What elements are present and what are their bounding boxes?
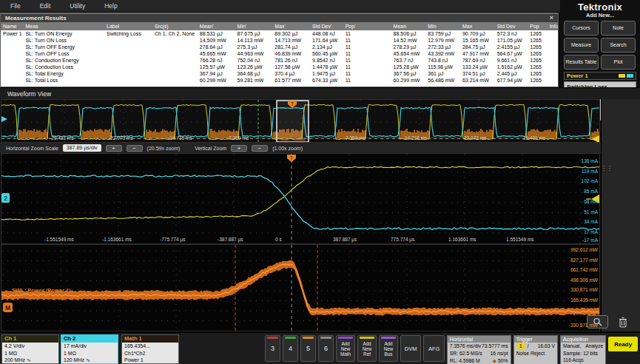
table-row[interactable]: SL: Total Energy367.94 µJ364.68 µJ370.4 … bbox=[1, 70, 558, 77]
column-header-info: Info bbox=[548, 22, 558, 30]
cell-label bbox=[104, 44, 152, 50]
horizontal-zoom-scale-value[interactable]: 387.89 µs/div bbox=[63, 144, 101, 152]
close-icon[interactable]: × bbox=[550, 15, 553, 21]
add-new-bus-button[interactable]: AddNewBus bbox=[379, 335, 398, 362]
add-new-label[interactable]: Add New... bbox=[560, 12, 640, 18]
cell-std1: 1.9475 µJ bbox=[310, 70, 343, 77]
measure-button[interactable]: Measure bbox=[564, 38, 599, 53]
vzoom-plus-button[interactable]: + bbox=[231, 145, 247, 152]
trigger-mode: Noise Reject bbox=[516, 350, 545, 357]
table-row[interactable]: Power 1SL: Turn ON EnergySwitching LossC… bbox=[1, 30, 558, 37]
channel-5-button[interactable]: 5 bbox=[300, 335, 316, 362]
menu-item-file[interactable]: File bbox=[10, 2, 21, 10]
cell-meas: SL: Conduction Loss bbox=[23, 64, 104, 70]
power1-badge-label: Power 1 bbox=[567, 73, 588, 79]
acquisition-panel[interactable]: Acquisition Manual,Analyze Sample: 12 bi… bbox=[560, 335, 606, 364]
zoom-toolbar: Horizontal Zoom Scale 387.89 µs/div + − … bbox=[0, 143, 601, 153]
cell-std1: 448.08 nJ bbox=[310, 30, 343, 37]
cell-name bbox=[1, 44, 23, 50]
menu-item-help[interactable]: Help bbox=[104, 2, 117, 10]
cell-name bbox=[1, 77, 23, 84]
channel-badge-math1[interactable]: Math 1165.4354...Ch1*Ch2Power 1 bbox=[121, 334, 179, 364]
table-row[interactable]: SL: Turn ON Loss14.509 mW14.113 mW14.713… bbox=[1, 37, 558, 44]
position-percent: 50% bbox=[498, 357, 508, 364]
add-new-ref-button[interactable]: AddNewRef bbox=[357, 335, 377, 362]
measurement-results-titlebar[interactable]: Measurement Results × bbox=[1, 13, 558, 22]
channel-badge-line: Power 1 bbox=[122, 357, 178, 364]
table-row[interactable]: SL: Turn OFF Loss45.665 mW44.963 mW46.83… bbox=[1, 50, 558, 57]
acq-mode: Manual, bbox=[563, 343, 581, 350]
results-table-button[interactable]: Results Table bbox=[564, 55, 599, 70]
horizontal-panel[interactable]: Horizontal 7.3576 ms/div73.5777 ms SR: 6… bbox=[447, 335, 511, 364]
add-new-buttons: AddNewMathAddNewRefAddNewBus bbox=[336, 335, 398, 364]
cell-std1: 674.33 µW bbox=[310, 77, 343, 84]
channel-badge-ch1[interactable]: Ch 14.2 V/div1 MΩ200 MHz ∿ bbox=[1, 334, 59, 364]
power1-badge[interactable]: Power 1 bbox=[564, 72, 636, 80]
cell-spacer bbox=[361, 30, 391, 37]
overview-chart[interactable]: T bbox=[1, 99, 600, 143]
search-button[interactable]: Search bbox=[601, 38, 636, 53]
cell-srcs bbox=[152, 44, 198, 50]
power-waveform-chart[interactable]: M bbox=[1, 244, 600, 331]
cell-pop2: 1265 bbox=[528, 50, 547, 57]
cell-pop2: 1265 bbox=[528, 44, 547, 50]
hzoom-minus-button[interactable]: − bbox=[127, 145, 143, 152]
cell-min1: 59.281 mW bbox=[235, 77, 273, 84]
vzoom-minus-button[interactable]: − bbox=[252, 145, 268, 152]
afg-button[interactable]: AFG bbox=[423, 335, 444, 362]
table-row[interactable]: SL: Conduction Energy766.28 nJ752.04 nJ7… bbox=[1, 57, 558, 64]
table-row[interactable]: SL: Turn OFF Energy278.64 µJ275.3 µJ281.… bbox=[1, 44, 558, 50]
menu-item-utility[interactable]: Utility bbox=[70, 2, 85, 10]
plot-button[interactable]: Plot bbox=[601, 55, 636, 70]
tab-waveform-view[interactable]: Waveform View bbox=[0, 90, 58, 98]
cell-std2: 564.67 µW bbox=[495, 50, 528, 57]
channel-3-button[interactable]: 3 bbox=[265, 335, 280, 362]
menu-item-edit[interactable]: Edit bbox=[40, 2, 51, 10]
waveform-view-tabbar: Waveform View bbox=[0, 87, 640, 99]
bottom-settings-bar: Ch 14.2 V/div1 MΩ200 MHz ∿Ch 217 mA/div1… bbox=[0, 331, 640, 364]
cell-spacer bbox=[361, 50, 391, 57]
svg-text:T: T bbox=[291, 101, 294, 107]
cell-min1: 364.68 µJ bbox=[235, 70, 273, 77]
channel-badge-ch2[interactable]: Ch 217 mA/div1 MΩ120 MHz ∿ bbox=[61, 334, 118, 364]
hzoom-plus-button[interactable]: + bbox=[106, 145, 122, 152]
acq-sample-bits: Sample: 12 bits bbox=[563, 350, 598, 357]
cell-mean1: 88.531 µJ bbox=[198, 30, 235, 37]
add-new-math-button[interactable]: AddNewMath bbox=[336, 335, 355, 362]
cell-min2: 361 µJ bbox=[425, 70, 460, 77]
zoom-waveform-chart[interactable]: T2 bbox=[1, 153, 600, 244]
cell-meas: SL: Total Loss bbox=[23, 77, 104, 84]
cell-min1: 275.3 µJ bbox=[235, 44, 273, 50]
cell-min2: 43.392 mW bbox=[425, 50, 460, 57]
measurement-table[interactable]: NameMeasLabelSrc(s)Mean'Min'Max'Std Dev'… bbox=[1, 22, 558, 84]
zoom-tool-button[interactable] bbox=[587, 315, 608, 328]
cell-mean1: 60.299 mW bbox=[198, 77, 235, 84]
channel-6-button[interactable]: 6 bbox=[318, 335, 334, 362]
cell-pop2: 1265 bbox=[528, 30, 547, 37]
column-header-min-: Min' bbox=[235, 22, 273, 30]
cell-meas: SL: Turn ON Energy bbox=[23, 30, 104, 37]
cell-mean1: 14.509 mW bbox=[198, 37, 235, 44]
cell-name bbox=[1, 70, 23, 77]
column-header-std-dev-: Std Dev' bbox=[310, 22, 343, 30]
cell-mean2: 125.28 µW bbox=[391, 64, 426, 70]
cell-std2: 171.05 µW bbox=[495, 37, 528, 44]
cursors-button[interactable]: Cursors bbox=[564, 21, 599, 36]
drag-handle[interactable]: ⋮⋮ bbox=[601, 166, 606, 178]
trigger-panel[interactable]: Trigger 1/16.63 V Noise Reject bbox=[513, 335, 558, 364]
column-header-name: Name bbox=[1, 22, 23, 30]
button-label: 4 bbox=[289, 345, 292, 352]
channel-4-button[interactable]: 4 bbox=[283, 335, 298, 362]
table-row[interactable]: SL: Total Loss60.299 mW59.281 mW61.577 m… bbox=[1, 77, 558, 84]
trash-button[interactable] bbox=[616, 315, 630, 329]
cell-max2: 133.24 µW bbox=[460, 64, 495, 70]
table-row[interactable]: SL: Conduction Loss125.57 µW123.26 µW127… bbox=[1, 64, 558, 70]
column-header-min: Min bbox=[425, 22, 460, 30]
cell-std2: 2.445 µJ bbox=[495, 70, 528, 77]
dvm-button[interactable]: DVM bbox=[400, 335, 421, 362]
cell-info bbox=[548, 64, 558, 70]
cell-min2: 56.486 mW bbox=[425, 77, 460, 84]
cell-info bbox=[548, 30, 558, 37]
color-stripe bbox=[267, 337, 278, 339]
note-button[interactable]: Note bbox=[601, 21, 636, 36]
